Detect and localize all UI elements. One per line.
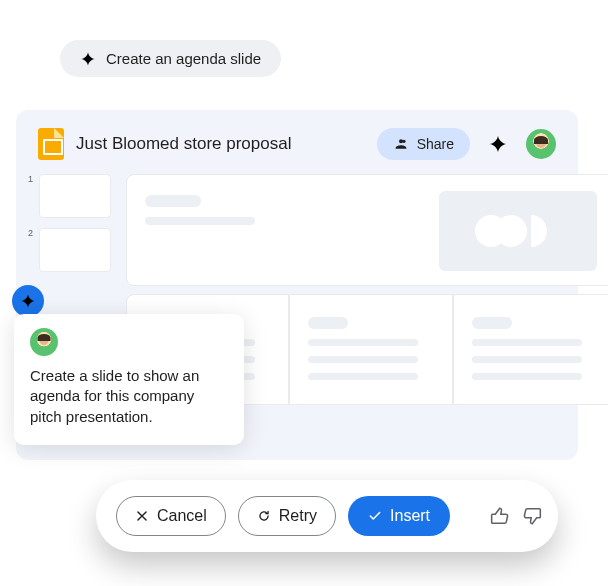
gemini-spark-icon	[80, 51, 96, 67]
check-icon	[368, 509, 382, 523]
document-title[interactable]: Just Bloomed store proposal	[76, 134, 365, 154]
insert-button[interactable]: Insert	[348, 496, 450, 536]
thumbs-up-button[interactable]	[488, 501, 510, 531]
refresh-icon	[257, 509, 271, 523]
people-icon	[393, 136, 409, 152]
svg-point-1	[495, 215, 527, 247]
placeholder-text-block	[145, 191, 255, 225]
close-icon	[135, 509, 149, 523]
user-prompt-popover: Create a slide to show an agenda for thi…	[14, 314, 244, 445]
generated-hero-card	[126, 174, 608, 286]
account-avatar[interactable]	[526, 129, 556, 159]
gemini-toolbar-icon[interactable]	[488, 134, 508, 154]
generation-action-bar: Cancel Retry Insert	[96, 480, 558, 552]
thumbs-down-icon	[522, 505, 544, 527]
share-button[interactable]: Share	[377, 128, 470, 160]
google-slides-icon	[38, 128, 64, 160]
retry-button-label: Retry	[279, 507, 317, 525]
placeholder-image	[439, 191, 597, 271]
user-avatar	[30, 328, 58, 356]
slide-thumbnail[interactable]: 2	[28, 228, 111, 272]
slide-preview	[39, 228, 111, 272]
cancel-button[interactable]: Cancel	[116, 496, 226, 536]
share-button-label: Share	[417, 136, 454, 152]
cancel-button-label: Cancel	[157, 507, 207, 525]
prompt-text: Create a slide to show an agenda for thi…	[30, 366, 228, 427]
titlebar: Just Bloomed store proposal Share	[16, 124, 578, 170]
retry-button[interactable]: Retry	[238, 496, 336, 536]
suggestion-pill-label: Create an agenda slide	[106, 50, 261, 67]
slide-thumbnail-strip: 1 2	[28, 174, 111, 272]
gemini-floating-badge[interactable]	[12, 285, 44, 317]
thumbs-up-icon	[488, 505, 510, 527]
suggestion-pill[interactable]: Create an agenda slide	[60, 40, 281, 77]
slide-preview	[39, 174, 111, 218]
content-card	[453, 294, 608, 405]
insert-button-label: Insert	[390, 507, 430, 525]
thumbs-down-button[interactable]	[522, 501, 544, 531]
content-card	[289, 294, 452, 405]
slide-thumbnail[interactable]: 1	[28, 174, 111, 218]
slide-number: 2	[28, 228, 33, 238]
slide-number: 1	[28, 174, 33, 184]
